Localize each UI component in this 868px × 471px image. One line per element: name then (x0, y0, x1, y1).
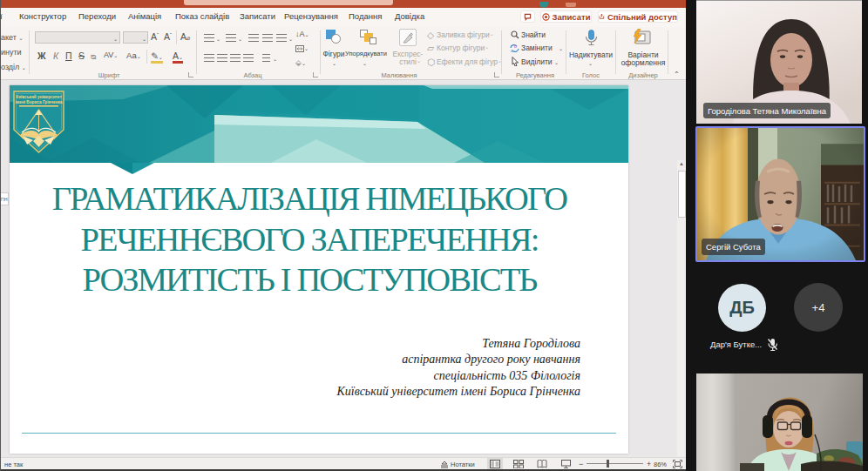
svg-text:b: b (514, 44, 517, 49)
svg-text:імені Бориса Грінченка: імені Бориса Грінченка (16, 100, 63, 104)
svg-text:Київський університет: Київський університет (16, 94, 62, 99)
